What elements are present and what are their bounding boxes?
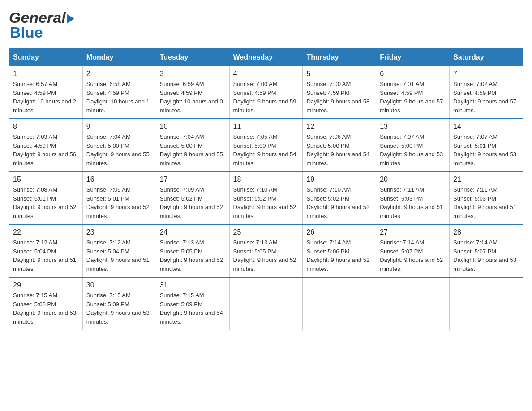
- page-header: General Blue: [9, 9, 523, 41]
- header-wednesday: Wednesday: [229, 49, 303, 66]
- calendar-cell: 25 Sunrise: 7:13 AMSunset: 5:05 PMDaylig…: [229, 224, 303, 277]
- calendar-cell: [229, 277, 303, 330]
- day-info: Sunrise: 6:58 AMSunset: 4:59 PMDaylight:…: [86, 80, 152, 115]
- day-info: Sunrise: 7:10 AMSunset: 5:02 PMDaylight:…: [233, 185, 299, 220]
- day-info: Sunrise: 7:01 AMSunset: 4:59 PMDaylight:…: [380, 80, 446, 115]
- day-info: Sunrise: 7:12 AMSunset: 5:04 PMDaylight:…: [13, 238, 79, 273]
- day-info: Sunrise: 7:11 AMSunset: 5:03 PMDaylight:…: [380, 185, 446, 220]
- calendar-cell: 23 Sunrise: 7:12 AMSunset: 5:04 PMDaylig…: [82, 224, 156, 277]
- day-number: 8: [13, 123, 79, 131]
- calendar-cell: 3 Sunrise: 6:59 AMSunset: 4:59 PMDayligh…: [156, 66, 229, 119]
- day-number: 12: [306, 123, 372, 131]
- calendar-week-row: 15 Sunrise: 7:08 AMSunset: 5:01 PMDaylig…: [9, 171, 523, 224]
- day-number: 5: [306, 70, 372, 78]
- day-info: Sunrise: 7:14 AMSunset: 5:06 PMDaylight:…: [306, 238, 372, 273]
- day-number: 23: [86, 228, 152, 236]
- day-number: 15: [13, 176, 79, 184]
- calendar-cell: 27 Sunrise: 7:14 AMSunset: 5:07 PMDaylig…: [376, 224, 450, 277]
- calendar-cell: 21 Sunrise: 7:11 AMSunset: 5:03 PMDaylig…: [450, 171, 523, 224]
- day-number: 13: [380, 123, 446, 131]
- day-info: Sunrise: 7:13 AMSunset: 5:05 PMDaylight:…: [160, 238, 226, 273]
- day-info: Sunrise: 7:03 AMSunset: 4:59 PMDaylight:…: [13, 133, 79, 167]
- logo-blue: Blue: [10, 24, 43, 41]
- calendar-week-row: 29 Sunrise: 7:15 AMSunset: 5:08 PMDaylig…: [9, 277, 523, 330]
- calendar-cell: 20 Sunrise: 7:11 AMSunset: 5:03 PMDaylig…: [376, 171, 450, 224]
- header-thursday: Thursday: [303, 49, 376, 66]
- day-number: 27: [380, 228, 446, 236]
- day-number: 1: [13, 70, 79, 78]
- calendar-cell: [303, 277, 376, 330]
- day-number: 20: [380, 176, 446, 184]
- day-number: 10: [160, 123, 226, 131]
- day-number: 18: [233, 176, 299, 184]
- day-number: 9: [86, 123, 152, 131]
- day-info: Sunrise: 7:11 AMSunset: 5:03 PMDaylight:…: [453, 185, 519, 220]
- day-info: Sunrise: 6:57 AMSunset: 4:59 PMDaylight:…: [13, 80, 79, 115]
- day-info: Sunrise: 7:09 AMSunset: 5:01 PMDaylight:…: [86, 185, 152, 220]
- calendar-cell: 6 Sunrise: 7:01 AMSunset: 4:59 PMDayligh…: [376, 66, 450, 119]
- calendar-cell: 28 Sunrise: 7:14 AMSunset: 5:07 PMDaylig…: [450, 224, 523, 277]
- calendar-cell: 9 Sunrise: 7:04 AMSunset: 5:00 PMDayligh…: [82, 119, 156, 171]
- calendar-cell: 17 Sunrise: 7:09 AMSunset: 5:02 PMDaylig…: [156, 171, 229, 224]
- day-info: Sunrise: 7:15 AMSunset: 5:09 PMDaylight:…: [86, 291, 152, 326]
- header-saturday: Saturday: [450, 49, 523, 66]
- day-info: Sunrise: 7:14 AMSunset: 5:07 PMDaylight:…: [453, 238, 519, 273]
- day-info: Sunrise: 7:06 AMSunset: 5:00 PMDaylight:…: [306, 133, 372, 167]
- calendar-cell: 26 Sunrise: 7:14 AMSunset: 5:06 PMDaylig…: [303, 224, 376, 277]
- day-info: Sunrise: 7:00 AMSunset: 4:59 PMDaylight:…: [306, 80, 372, 115]
- header-monday: Monday: [82, 49, 156, 66]
- day-number: 29: [13, 281, 79, 289]
- day-number: 11: [233, 123, 299, 131]
- calendar-cell: 12 Sunrise: 7:06 AMSunset: 5:00 PMDaylig…: [303, 119, 376, 171]
- header-friday: Friday: [376, 49, 450, 66]
- day-number: 4: [233, 70, 299, 78]
- day-info: Sunrise: 7:00 AMSunset: 4:59 PMDaylight:…: [233, 80, 299, 115]
- day-info: Sunrise: 7:04 AMSunset: 5:00 PMDaylight:…: [160, 133, 226, 167]
- day-number: 28: [453, 228, 519, 236]
- day-number: 31: [160, 281, 226, 289]
- day-number: 3: [160, 70, 226, 78]
- day-number: 6: [380, 70, 446, 78]
- calendar-header-row: SundayMondayTuesdayWednesdayThursdayFrid…: [9, 49, 523, 66]
- day-info: Sunrise: 7:07 AMSunset: 5:00 PMDaylight:…: [380, 133, 446, 167]
- calendar-cell: 7 Sunrise: 7:02 AMSunset: 4:59 PMDayligh…: [450, 66, 523, 119]
- day-number: 24: [160, 228, 226, 236]
- calendar-table: SundayMondayTuesdayWednesdayThursdayFrid…: [9, 48, 523, 330]
- calendar-cell: 24 Sunrise: 7:13 AMSunset: 5:05 PMDaylig…: [156, 224, 229, 277]
- calendar-week-row: 8 Sunrise: 7:03 AMSunset: 4:59 PMDayligh…: [9, 119, 523, 171]
- day-info: Sunrise: 6:59 AMSunset: 4:59 PMDaylight:…: [160, 80, 226, 115]
- day-info: Sunrise: 7:10 AMSunset: 5:02 PMDaylight:…: [306, 185, 372, 220]
- logo-arrow-icon: [67, 14, 74, 23]
- day-info: Sunrise: 7:15 AMSunset: 5:09 PMDaylight:…: [160, 291, 226, 326]
- calendar-cell: [376, 277, 450, 330]
- day-number: 16: [86, 176, 152, 184]
- day-number: 22: [13, 228, 79, 236]
- day-number: 7: [453, 70, 519, 78]
- calendar-cell: [450, 277, 523, 330]
- day-info: Sunrise: 7:09 AMSunset: 5:02 PMDaylight:…: [160, 185, 226, 220]
- calendar-cell: 16 Sunrise: 7:09 AMSunset: 5:01 PMDaylig…: [82, 171, 156, 224]
- day-number: 14: [453, 123, 519, 131]
- calendar-cell: 11 Sunrise: 7:05 AMSunset: 5:00 PMDaylig…: [229, 119, 303, 171]
- calendar-cell: 19 Sunrise: 7:10 AMSunset: 5:02 PMDaylig…: [303, 171, 376, 224]
- day-number: 30: [86, 281, 152, 289]
- logo: General Blue: [9, 9, 74, 41]
- day-number: 19: [306, 176, 372, 184]
- calendar-week-row: 1 Sunrise: 6:57 AMSunset: 4:59 PMDayligh…: [9, 66, 523, 119]
- calendar-cell: 15 Sunrise: 7:08 AMSunset: 5:01 PMDaylig…: [9, 171, 83, 224]
- day-number: 25: [233, 228, 299, 236]
- day-info: Sunrise: 7:08 AMSunset: 5:01 PMDaylight:…: [13, 185, 79, 220]
- day-info: Sunrise: 7:12 AMSunset: 5:04 PMDaylight:…: [86, 238, 152, 273]
- calendar-cell: 5 Sunrise: 7:00 AMSunset: 4:59 PMDayligh…: [303, 66, 376, 119]
- day-info: Sunrise: 7:05 AMSunset: 5:00 PMDaylight:…: [233, 133, 299, 167]
- header-tuesday: Tuesday: [156, 49, 229, 66]
- day-number: 17: [160, 176, 226, 184]
- header-sunday: Sunday: [9, 49, 83, 66]
- calendar-cell: 2 Sunrise: 6:58 AMSunset: 4:59 PMDayligh…: [82, 66, 156, 119]
- calendar-cell: 22 Sunrise: 7:12 AMSunset: 5:04 PMDaylig…: [9, 224, 83, 277]
- calendar-cell: 13 Sunrise: 7:07 AMSunset: 5:00 PMDaylig…: [376, 119, 450, 171]
- calendar-cell: 18 Sunrise: 7:10 AMSunset: 5:02 PMDaylig…: [229, 171, 303, 224]
- day-number: 26: [306, 228, 372, 236]
- calendar-cell: 14 Sunrise: 7:07 AMSunset: 5:01 PMDaylig…: [450, 119, 523, 171]
- calendar-cell: 8 Sunrise: 7:03 AMSunset: 4:59 PMDayligh…: [9, 119, 83, 171]
